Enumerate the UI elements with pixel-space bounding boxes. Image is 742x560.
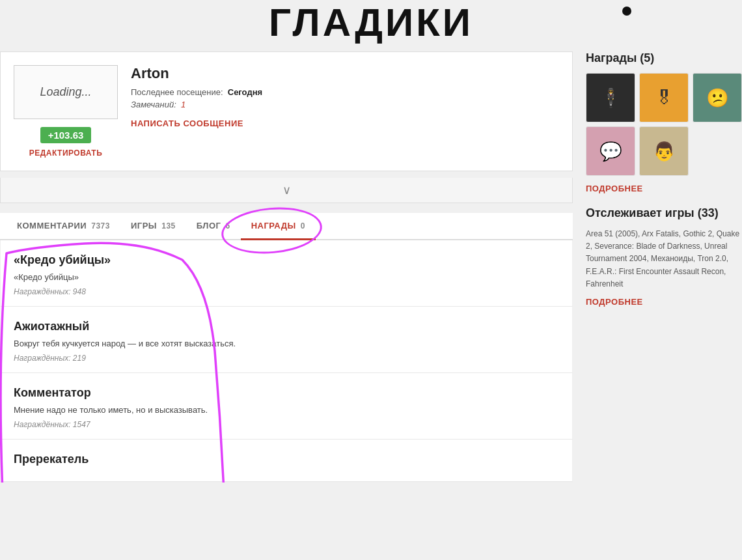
warnings: Замечаний: 1 [131, 100, 559, 109]
tab-blog-count: 6 [226, 221, 230, 231]
award-thumb-icon-3: 😕 [693, 74, 741, 122]
tabs-bar: КОММЕНТАРИИ 7373 ИГРЫ 135 БЛОГ 6 НАГРАДЫ… [0, 213, 573, 240]
tracking-details-link[interactable]: ПОДРОБНЕЕ [586, 297, 742, 307]
awards-grid: 🕴 🎖 😕 💬 👨 [586, 73, 742, 176]
award-thumb-1[interactable]: 🕴 [586, 73, 635, 122]
award-2-desc: Вокруг тебя кучкуется народ — и все хотя… [14, 339, 559, 348]
games-list: Area 51 (2005), Arx Fatalis, Gothic 2, Q… [586, 228, 742, 290]
award-2-count: Награждённых: 219 [14, 354, 559, 363]
tab-games[interactable]: ИГРЫ 135 [120, 213, 186, 240]
award-3-count: Награждённых: 1547 [14, 420, 559, 429]
tab-comments-count: 7373 [91, 221, 110, 231]
right-column: Награды (5) 🕴 🎖 😕 💬 👨 ПОДРОБНЕЕ [573, 51, 742, 483]
awards-details-link[interactable]: ПОДРОБНЕЕ [586, 184, 742, 193]
profile-meta: Последнее посещение: Сегодня Замечаний: … [131, 87, 559, 109]
award-thumb-icon-4: 💬 [586, 127, 635, 175]
tabs-wrapper: КОММЕНТАРИИ 7373 ИГРЫ 135 БЛОГ 6 НАГРАДЫ… [0, 213, 573, 483]
header: ГЛАДИКИ [0, 0, 742, 51]
award-1-desc: «Кредо убийцы» [14, 272, 559, 282]
award-1-title: «Кредо убийцы» [14, 253, 559, 267]
tab-games-label: ИГРЫ [131, 221, 157, 231]
profile-card: Loading... +103.63 РЕДАКТИРОВАТЬ Arton П… [0, 51, 573, 171]
site-title: ГЛАДИКИ [0, 0, 742, 45]
award-thumb-icon-1: 🕴 [586, 74, 635, 122]
award-2-title: Ажиотажный [14, 320, 559, 333]
message-button[interactable]: НАПИСАТЬ СООБЩЕНИЕ [131, 119, 243, 128]
award-item: «Кредо убийцы» «Кредо убийцы» Награждённ… [1, 240, 572, 307]
last-visit: Последнее посещение: Сегодня [131, 87, 559, 97]
chevron-icon: ∨ [282, 184, 291, 197]
award-3-title: Комментатор [14, 386, 559, 400]
edit-link[interactable]: РЕДАКТИРОВАТЬ [14, 148, 118, 158]
award-thumb-icon-2: 🎖 [640, 74, 688, 122]
profile-info: Arton Последнее посещение: Сегодня Замеч… [131, 65, 559, 128]
awards-list-wrapper: «Кредо убийцы» «Кредо убийцы» Награждённ… [0, 240, 573, 483]
tab-games-count: 135 [161, 221, 176, 231]
main-layout: Loading... +103.63 РЕДАКТИРОВАТЬ Arton П… [0, 51, 742, 483]
warnings-value: 1 [181, 100, 186, 109]
award-thumb-3[interactable]: 😕 [693, 73, 742, 122]
last-visit-value: Сегодня [228, 87, 262, 97]
chevron-area[interactable]: ∨ [0, 178, 573, 203]
tab-comments[interactable]: КОММЕНТАРИИ 7373 [7, 213, 120, 240]
tab-blog[interactable]: БЛОГ 6 [186, 213, 241, 240]
last-visit-label: Последнее посещение: [131, 87, 223, 97]
tab-awards-label: НАГРАДЫ [251, 221, 296, 231]
awards-list: «Кредо убийцы» «Кредо убийцы» Награждённ… [0, 240, 573, 483]
award-thumb-4[interactable]: 💬 [586, 126, 635, 176]
award-thumb-icon-5: 👨 [640, 127, 688, 175]
sidebar-awards-title: Награды (5) [586, 51, 742, 65]
award-item: Ажиотажный Вокруг тебя кучкуется народ —… [1, 307, 572, 373]
tab-awards[interactable]: НАГРАДЫ 0 [241, 213, 316, 240]
profile-name: Arton [131, 65, 559, 82]
award-item: Пререкатель [1, 440, 572, 482]
award-1-count: Награждённых: 948 [14, 287, 559, 296]
award-4-title: Пререкатель [14, 453, 559, 466]
award-thumb-2[interactable]: 🎖 [639, 73, 689, 122]
warnings-label: Замечаний: [131, 100, 176, 109]
avatar-area: Loading... +103.63 РЕДАКТИРОВАТЬ [14, 65, 118, 158]
award-item: Комментатор Мнение надо не только иметь,… [1, 373, 572, 440]
award-thumb-5[interactable]: 👨 [639, 126, 689, 176]
tracking-section: Отслеживает игры (33) Area 51 (2005), Ar… [586, 206, 742, 307]
avatar-loading-text: Loading... [14, 65, 118, 119]
tracking-title: Отслеживает игры (33) [586, 206, 742, 220]
tab-comments-label: КОММЕНТАРИИ [17, 221, 87, 231]
tab-awards-count: 0 [301, 221, 305, 231]
award-3-desc: Мнение надо не только иметь, но и высказ… [14, 405, 559, 415]
score-badge: +103.63 [40, 127, 92, 143]
left-column: Loading... +103.63 РЕДАКТИРОВАТЬ Arton П… [0, 51, 573, 483]
black-dot [622, 7, 631, 16]
tab-blog-label: БЛОГ [197, 221, 221, 231]
games-list-text: Area 51 (2005), Arx Fatalis, Gothic 2, Q… [586, 229, 739, 288]
